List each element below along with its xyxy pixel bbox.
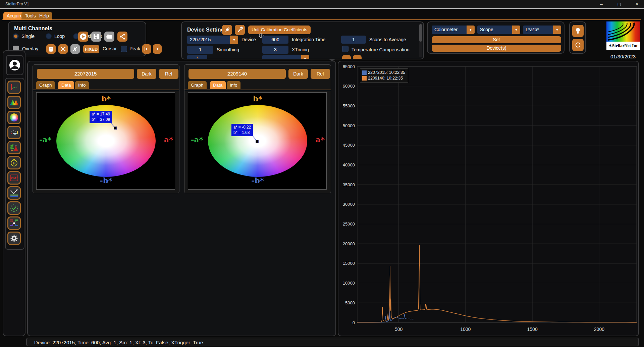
channel1-dark-button[interactable]: Dark	[137, 69, 156, 79]
channel2-point-marker[interactable]	[256, 140, 259, 143]
set-button[interactable]: Set	[432, 36, 561, 43]
svg-text:50000: 50000	[343, 123, 355, 128]
legend-row-2: 2209140: 10:22:35	[362, 76, 405, 81]
save-button[interactable]	[91, 32, 101, 42]
sidebar-item-hydrogen[interactable]: H	[7, 156, 21, 169]
channel1-tab-data[interactable]: Data	[58, 81, 74, 89]
temperature-compensation-label: Temperature Compensation	[352, 47, 410, 52]
sidebar-item-validate[interactable]	[7, 201, 21, 215]
cursor-right-button[interactable]	[153, 44, 162, 54]
main-content-panel: 22072015 Dark Ref Graph Data Info b* -b*…	[27, 61, 336, 336]
cursor-off-button[interactable]	[70, 44, 80, 54]
close-button[interactable]: ×	[632, 1, 642, 7]
device-settings-title: Device Settings	[187, 27, 227, 33]
stellarnet-logo: ∗StellarNet Inc	[606, 21, 640, 51]
sidebar-item-wavenumber[interactable]: CM-1	[7, 171, 21, 185]
radio-single[interactable]	[13, 33, 19, 39]
channel2-tab-info[interactable]: Info	[227, 81, 240, 89]
sidebar-item-colorwheel[interactable]	[7, 111, 21, 124]
share-button[interactable]	[117, 32, 127, 42]
channel2-dark-button[interactable]: Dark	[288, 69, 308, 79]
colorspace-value: L*a*b*	[523, 26, 553, 34]
clear-button[interactable]	[46, 44, 56, 54]
status-text: Device: 22072015; Time: 600; Avg: 1; Sm:…	[34, 340, 203, 345]
channel2-axis-b-plus: b*	[188, 94, 327, 103]
sidebar-item-chemistry[interactable]	[7, 126, 21, 139]
checkmark-icon	[10, 204, 18, 212]
channel-panel-2: 2209140 Dark Ref Graph Data Info b* -b* …	[184, 64, 331, 193]
channel2-tab-graph[interactable]: Graph	[188, 81, 207, 89]
scans-to-average-label: Scans to Average	[369, 37, 406, 42]
sidebar-item-plant[interactable]	[7, 141, 21, 154]
channel1-device-button[interactable]: 22072015	[37, 69, 134, 79]
colorspace-dropdown[interactable]: L*a*b* ▼	[523, 26, 561, 34]
svg-text:20000: 20000	[343, 241, 355, 246]
device-dropdown[interactable]: 22072015 ▼	[187, 36, 238, 44]
chemistry-icon	[10, 128, 18, 137]
device-settings-scrollbar[interactable]	[419, 23, 422, 57]
channel1-point-marker[interactable]	[114, 127, 117, 130]
svg-text:H: H	[13, 161, 15, 165]
integration-time-label: Integration Time	[292, 37, 325, 42]
scope-dropdown[interactable]: Scope ▼	[477, 26, 520, 34]
lamp-button[interactable]	[572, 25, 584, 37]
minimize-button[interactable]: –	[596, 1, 606, 7]
spectrum-chart[interactable]: 0500010000150002000025000300003500040000…	[338, 61, 638, 336]
channel1-tab-graph[interactable]: Graph	[36, 81, 55, 89]
channel2-tab-data[interactable]: Data	[210, 81, 226, 89]
channel1-axis-b-minus: -b*	[37, 176, 175, 185]
multi-channels-title: Multi Channels	[14, 26, 52, 32]
channel1-ref-button[interactable]: Ref	[159, 69, 178, 79]
autoscale-button[interactable]	[58, 44, 68, 54]
peak-checkbox[interactable]	[121, 46, 127, 52]
cursor-left-button[interactable]	[142, 44, 151, 54]
integration-time-input[interactable]: 600	[262, 36, 288, 44]
scrollbar-thumb[interactable]	[419, 24, 422, 42]
tab-help[interactable]: Help	[36, 12, 52, 19]
device-settings-panel: Device Settings Unit Calibration Coeffic…	[181, 21, 424, 59]
spectrum-chart-panel: 0500010000150002000025000300003500040000…	[338, 61, 639, 336]
sidebar-item-scope[interactable]	[7, 81, 21, 94]
svg-text:5000: 5000	[345, 300, 355, 305]
avatar-box[interactable]	[6, 55, 23, 75]
lightbulb-icon	[575, 27, 581, 35]
sidebar-item-spectrum[interactable]	[7, 96, 21, 109]
svg-text:55000: 55000	[343, 103, 355, 108]
open-folder-button[interactable]	[104, 32, 114, 42]
fixed-button[interactable]: FIXED	[83, 45, 99, 53]
play-button[interactable]	[78, 32, 88, 42]
devices-button[interactable]: Device(s)	[432, 45, 561, 52]
temperature-compensation-checkbox[interactable]	[342, 46, 348, 52]
channel1-tooltip-a: a* = 17.49	[92, 112, 110, 117]
sidebar-item-network[interactable]	[7, 216, 21, 230]
channel2-wheel-area: b* -b* -a* a* a* = -0.22 b* = 1.63	[188, 92, 327, 190]
radio-loop[interactable]	[46, 33, 52, 39]
channel1-tab-info[interactable]: Info	[75, 81, 89, 89]
clipped-button-1[interactable]	[342, 55, 351, 59]
sidebar-item-reflectance[interactable]	[7, 186, 21, 200]
xtiming-input[interactable]: 3	[262, 46, 288, 54]
cursor-disabled-icon	[72, 46, 78, 52]
channel2-device-button[interactable]: 2209140	[189, 69, 286, 79]
network-nodes-icon	[10, 219, 18, 228]
clipped-dropdown[interactable]: ▼	[262, 55, 309, 59]
legend-swatch-orange	[362, 76, 367, 81]
target-button[interactable]	[572, 39, 584, 51]
scans-to-average-input[interactable]: 1	[341, 36, 366, 44]
colormeter-dropdown[interactable]: Colormeter ▼	[432, 26, 475, 34]
maximize-button[interactable]: ▢	[614, 1, 624, 7]
logo-curves	[606, 21, 640, 42]
arrow-right-bar-icon	[154, 46, 160, 52]
status-bar: Device: 22072015; Time: 600; Avg: 1; Sm:…	[26, 338, 639, 346]
svg-text:1500: 1500	[527, 327, 538, 332]
svg-text:30000: 30000	[343, 202, 355, 207]
clipped-button-2[interactable]	[353, 55, 362, 59]
unit-calibration-button[interactable]: Unit Calibration Coefficients	[248, 26, 311, 34]
connect-device-button[interactable]	[222, 25, 232, 35]
units-input-clipped[interactable]: ▲	[187, 55, 207, 59]
channel2-ref-button[interactable]: Ref	[311, 69, 330, 79]
sidebar-item-settings[interactable]	[7, 232, 21, 245]
smoothing-input[interactable]: 1	[187, 46, 213, 54]
colormeter-value: Colormeter	[432, 26, 467, 34]
device-tools-button[interactable]	[235, 25, 245, 35]
